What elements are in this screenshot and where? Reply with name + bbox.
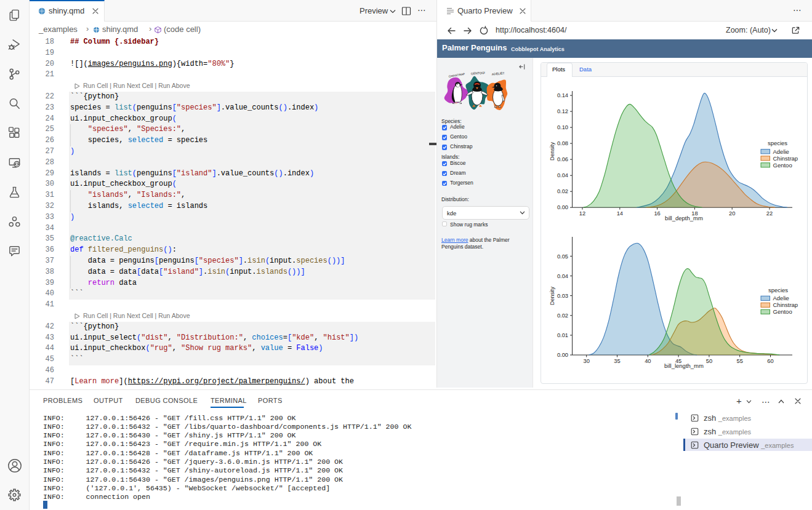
svg-text:ADELIE!!: ADELIE!! <box>491 71 504 76</box>
svg-text:CHINSTRAP: CHINSTRAP <box>448 73 465 78</box>
svg-text:GENTOO!: GENTOO! <box>471 71 485 76</box>
